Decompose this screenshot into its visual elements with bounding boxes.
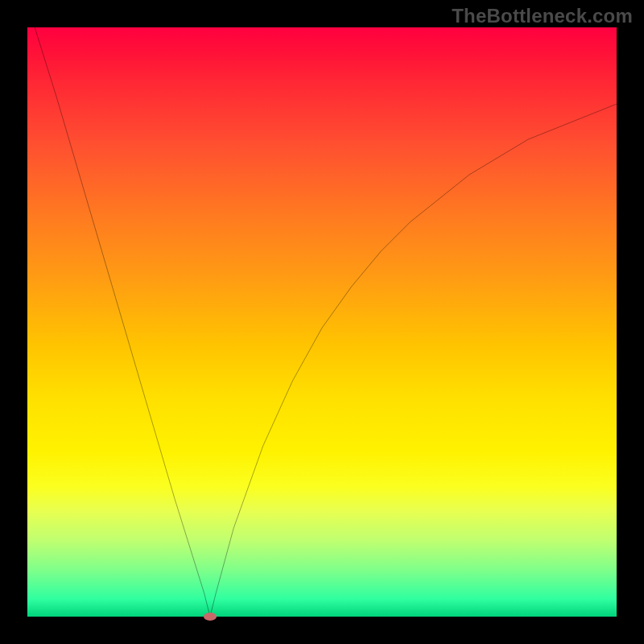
- chart-frame: TheBottleneck.com: [0, 0, 644, 644]
- bottleneck-curve-path: [27, 27, 617, 617]
- plot-area: [27, 27, 617, 617]
- curve-svg: [27, 27, 617, 617]
- watermark-text: TheBottleneck.com: [452, 5, 633, 27]
- optimum-marker: [204, 613, 217, 621]
